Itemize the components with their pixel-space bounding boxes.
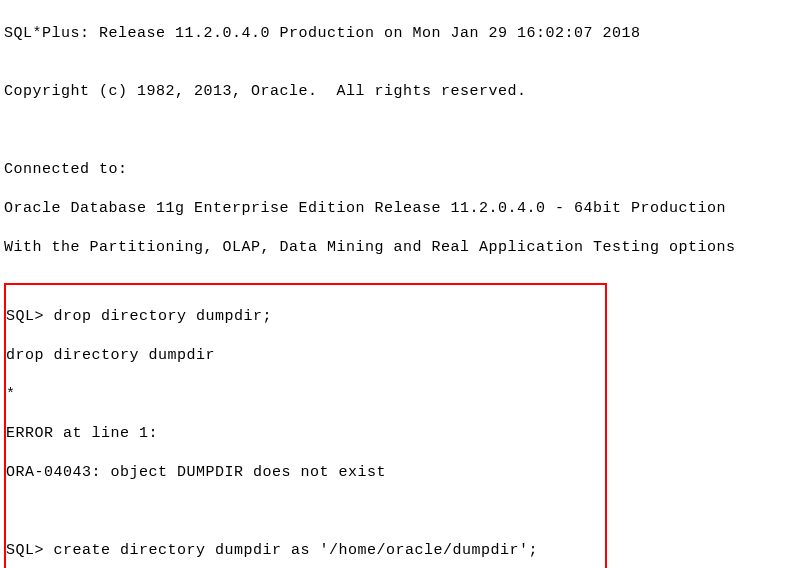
ora-04043-error: ORA-04043: object DUMPDIR does not exist — [6, 463, 605, 483]
error-marker: * — [6, 385, 605, 405]
error-header: ERROR at line 1: — [6, 424, 605, 444]
sqlplus-banner: SQL*Plus: Release 11.2.0.4.0 Production … — [4, 24, 794, 44]
sql-prompt-create: SQL> create directory dumpdir as '/home/… — [6, 541, 605, 561]
highlighted-session-box: SQL> drop directory dumpdir; drop direct… — [4, 283, 607, 568]
terminal-output: SQL*Plus: Release 11.2.0.4.0 Production … — [4, 4, 794, 568]
db-version-line: Oracle Database 11g Enterprise Edition R… — [4, 199, 794, 219]
copyright-line: Copyright (c) 1982, 2013, Oracle. All ri… — [4, 82, 794, 102]
db-options-line: With the Partitioning, OLAP, Data Mining… — [4, 238, 794, 258]
echo-drop: drop directory dumpdir — [6, 346, 605, 366]
sql-prompt-drop: SQL> drop directory dumpdir; — [6, 307, 605, 327]
connected-to-label: Connected to: — [4, 160, 794, 180]
